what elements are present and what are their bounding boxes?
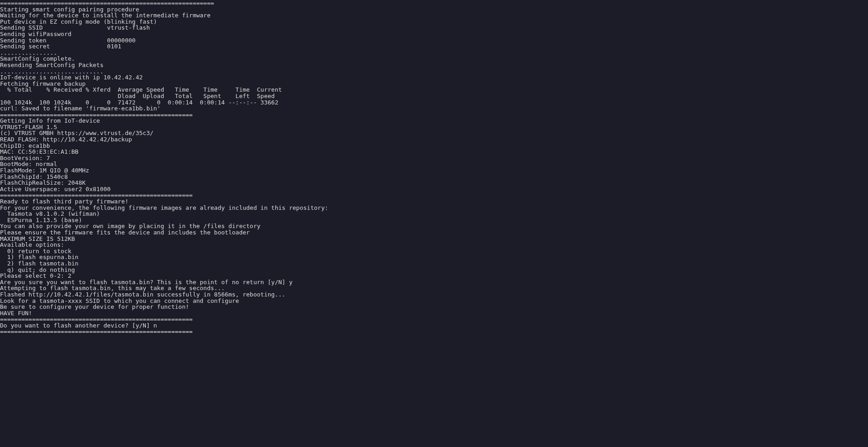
- terminal-line: Dload Upload Total Spent Left Speed: [0, 93, 868, 99]
- terminal-line: Be sure to configure your device for pro…: [0, 304, 868, 310]
- terminal-line: Attempting to flash tasmota.bin, this ma…: [0, 285, 868, 291]
- terminal-line: 0) return to stock: [0, 248, 868, 255]
- terminal-line: Sending wifiPassword: [0, 31, 868, 37]
- terminal-line: ESPurna 1.13.5 (base): [0, 217, 868, 224]
- terminal-line: q) quit; do nothing: [0, 267, 868, 273]
- terminal-line: ========================================…: [0, 192, 868, 198]
- terminal-line: ChipID: eca1bb: [0, 143, 868, 149]
- terminal-line: Available options:: [0, 242, 868, 248]
- terminal-line: FlashChipRealSize: 2048K: [0, 180, 868, 186]
- terminal-line: You can also provide your own image by p…: [0, 223, 868, 229]
- terminal-line: FlashMode: 1M QIO @ 40MHz: [0, 167, 868, 174]
- terminal-line: 2) flash tasmota.bin: [0, 260, 868, 267]
- terminal-line: (c) VTRUST GMBH https://www.vtrust.de/35…: [0, 130, 868, 136]
- terminal-output[interactable]: ========================================…: [0, 0, 868, 335]
- terminal-line: Flashed http://10.42.42.1/files/tasmota.…: [0, 291, 868, 298]
- terminal-line: Look for a tasmota-xxxx SSID to which yo…: [0, 298, 868, 304]
- terminal-line: Please select 0-2: 2: [0, 273, 868, 279]
- terminal-line: Please ensure the firmware fits the devi…: [0, 229, 868, 236]
- terminal-line: For your convenience, the following firm…: [0, 205, 868, 211]
- terminal-line: BootVersion: 7: [0, 155, 868, 161]
- terminal-line: IoT-device is online with ip 10.42.42.42: [0, 74, 868, 81]
- terminal-line: FlashChipId: 1540c8: [0, 174, 868, 180]
- terminal-line: Waiting for the device to install the in…: [0, 12, 868, 19]
- terminal-line: Getting Info from IoT-device: [0, 118, 868, 124]
- terminal-line: HAVE FUN!: [0, 310, 868, 317]
- terminal-line: ========================================…: [0, 112, 868, 118]
- terminal-line: ========================================…: [0, 316, 868, 322]
- terminal-line: VTRUST-FLASH 1.5: [0, 124, 868, 130]
- terminal-line: Active Userspace: user2 0x81000: [0, 186, 868, 192]
- terminal-line: .............................: [0, 68, 868, 75]
- terminal-line: SmartConfig complete.: [0, 56, 868, 62]
- terminal-line: READ FLASH: http://10.42.42.42/backup: [0, 136, 868, 143]
- terminal-line: MAC: CC:50:E3:EC:A1:BB: [0, 149, 868, 155]
- terminal-line: % Total % Received % Xferd Average Speed…: [0, 87, 868, 93]
- terminal-line: Sending token 00000000: [0, 37, 868, 44]
- terminal-line: Are you sure you want to flash tasmota.b…: [0, 279, 868, 286]
- terminal-line: Sending secret 0101: [0, 43, 868, 50]
- terminal-line: BootMode: normal: [0, 161, 868, 167]
- terminal-line: Starting smart config pairing procedure: [0, 6, 868, 13]
- terminal-line: 100 1024k 100 1024k 0 0 71472 0 0:00:14 …: [0, 99, 868, 106]
- terminal-line: Sending SSID vtrust-flash: [0, 25, 868, 31]
- terminal-line: 1) flash espurna.bin: [0, 254, 868, 260]
- terminal-line: Ready to flash third party firmware!: [0, 198, 868, 205]
- terminal-line: ................: [0, 50, 868, 56]
- terminal-line: ========================================…: [0, 328, 868, 335]
- terminal-line: Do you want to flash another device? [y/…: [0, 322, 868, 329]
- terminal-line: MAXIMUM SIZE IS 512KB: [0, 236, 868, 242]
- terminal-line: Resending SmartConfig Packets: [0, 62, 868, 68]
- terminal-line: Tasmota v8.1.0.2 (wifiman): [0, 211, 868, 217]
- terminal-line: curl: Saved to filename 'firmware-eca1bb…: [0, 105, 868, 112]
- terminal-line: Put device in EZ config mode (blinking f…: [0, 19, 868, 25]
- terminal-line: Fetching firmware backup: [0, 81, 868, 87]
- terminal-line: ========================================…: [0, 0, 868, 6]
